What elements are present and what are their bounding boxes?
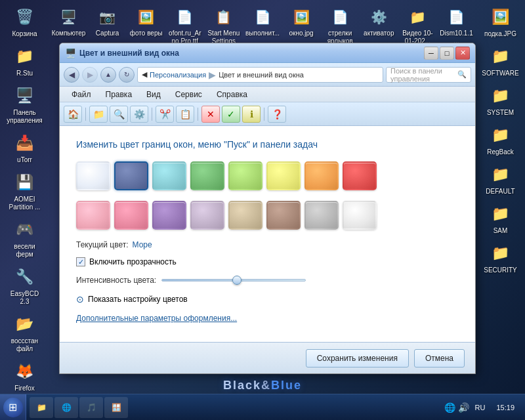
clock[interactable]: 15:19 [491, 404, 520, 411]
toolbar-btn-settings[interactable]: ⚙️ [130, 106, 148, 123]
color-swatch-teal[interactable] [152, 161, 186, 190]
desktop-icon-software[interactable]: 📁 SOFTWARE [479, 43, 522, 79]
icon-label: SECURITY [484, 266, 517, 274]
refresh-button[interactable]: ↻ [119, 67, 135, 83]
icon-label: EasyBCD 2.3 [5, 290, 44, 306]
desktop-icon-regback[interactable]: 📁 RegBack [479, 121, 522, 158]
icon-image: 📄 [328, 5, 352, 29]
menu-help[interactable]: Справка [210, 89, 254, 100]
minimize-button[interactable]: ─ [424, 47, 438, 60]
desktop-icon-korzina[interactable]: 🗑️ Корзина [3, 3, 46, 40]
icon-image: 📄 [173, 5, 197, 29]
color-swatch-yellow[interactable] [266, 161, 301, 190]
color-swatch-red[interactable] [343, 161, 377, 190]
color-swatch-white-blue[interactable] [76, 161, 110, 190]
icon-image: 💾 [13, 171, 37, 194]
taskbar-tray: 🌐 🔊 RU 15:19 [439, 402, 525, 413]
show-colors-label: Показать настройку цветов [88, 295, 188, 304]
network-icon[interactable]: 🌐 [444, 402, 455, 413]
icon-image: 📁 [489, 242, 513, 265]
desktop-icon-system[interactable]: 📁 SYSTEM [479, 82, 522, 119]
maximize-button[interactable]: □ [440, 47, 454, 60]
intensity-slider-thumb[interactable] [232, 276, 242, 285]
desktop-icon-podka[interactable]: 🖼️ подка.JPG [479, 3, 522, 40]
intensity-row: Интенсивность цвета: [76, 276, 459, 285]
address-bar[interactable]: ◀ Персонализация ▶ Цвет и внешний вид ок… [137, 67, 383, 83]
show-colors-row[interactable]: ⊙ Показать настройку цветов [76, 294, 459, 304]
toolbar-btn-search[interactable]: 🔍 [110, 106, 128, 123]
icon-label: Панель управления [5, 109, 44, 125]
icon-image: 🖥️ [57, 5, 81, 29]
color-swatch-tan[interactable] [228, 201, 262, 230]
menu-file[interactable]: Файл [65, 89, 98, 100]
icon-image: 🖼️ [489, 5, 513, 29]
transparency-checkbox[interactable] [76, 257, 85, 266]
color-swatch-pink-light[interactable] [76, 201, 110, 230]
taskbar-item-explorer[interactable]: 📁 [30, 397, 53, 418]
icon-label: uTorr [17, 156, 32, 164]
desktop-icon-easyBCD[interactable]: 🔧 EasyBCD 2.3 [3, 263, 46, 308]
toolbar-btn-confirm[interactable]: ✓ [222, 106, 240, 123]
desktop-icon-vosstanov[interactable]: 📂 воссстан файл [3, 310, 46, 355]
taskbar-item-window[interactable]: 🪟 [104, 397, 128, 418]
color-swatch-purple[interactable] [152, 201, 186, 230]
toolbar-btn-delete[interactable]: ✕ [201, 106, 220, 123]
menu-view[interactable]: Вид [140, 89, 167, 100]
icon-label: окно.jpg [289, 30, 314, 37]
address-parent-link[interactable]: Персонализация [150, 71, 206, 79]
desktop-icon-security[interactable]: 📁 SECURITY [479, 240, 522, 276]
menu-service[interactable]: Сервис [169, 89, 209, 100]
color-swatches-row2 [76, 201, 459, 230]
color-swatch-pink[interactable] [114, 201, 148, 230]
toolbar-btn-home[interactable]: 🏠 [64, 106, 82, 123]
color-swatch-orange[interactable] [304, 161, 339, 190]
toolbar-btn-folder[interactable]: 📁 [89, 106, 108, 123]
color-swatch-green[interactable] [190, 161, 224, 190]
window-controls: ─ □ ✕ [424, 47, 470, 60]
up-button[interactable]: ▲ [100, 67, 116, 83]
toolbar-btn-info[interactable]: ℹ [242, 106, 261, 123]
color-swatch-white[interactable] [343, 201, 377, 230]
desktop-icon-utorr[interactable]: 📥 uTorr [3, 129, 46, 166]
color-swatch-yellow-green[interactable] [228, 161, 262, 190]
desktop-icon-aomei[interactable]: 💾 AOMEI Partition ... [3, 169, 46, 213]
toolbar-separator-1 [85, 108, 86, 121]
toolbar-separator-2 [152, 108, 152, 121]
forward-button[interactable]: ▶ [82, 67, 98, 83]
start-button[interactable]: ⊞ [0, 394, 26, 421]
color-swatch-brown[interactable] [266, 201, 301, 230]
window-footer: Сохранить изменения Отмена [60, 342, 475, 373]
icon-label: активатор [364, 30, 394, 37]
icon-label: SAM [494, 227, 508, 235]
icon-image: 📁 [489, 123, 513, 147]
color-swatch-gray[interactable] [304, 201, 339, 230]
desktop-icon-rstu[interactable]: 📁 R.Stu [3, 43, 46, 79]
save-button[interactable]: Сохранить изменения [306, 349, 409, 368]
start-orb: ⊞ [3, 398, 23, 417]
advanced-link[interactable]: Дополнительные параметры оформления... [76, 314, 459, 323]
color-swatch-slate-blue[interactable] [114, 161, 148, 190]
desktop-icon-panel[interactable]: 🖥️ Панель управления [3, 82, 46, 127]
icon-image: 📄 [444, 5, 468, 29]
close-button[interactable]: ✕ [455, 47, 470, 60]
toolbar-btn-copy[interactable]: 📋 [176, 106, 194, 123]
color-swatch-lavender[interactable] [190, 201, 224, 230]
cancel-button[interactable]: Отмена [414, 349, 465, 368]
desktop-icon-veseli[interactable]: 🎮 весели ферм [3, 216, 46, 261]
toolbar-btn-cut[interactable]: ✂️ [156, 106, 174, 123]
back-button[interactable]: ◀ [64, 67, 79, 83]
desktop-icon-sam[interactable]: 📁 SAM [479, 200, 522, 237]
desktop-icon-default[interactable]: 📁 DEFAULT [479, 161, 522, 198]
intensity-slider-track[interactable] [161, 279, 306, 282]
taskbar-item-browser[interactable]: 🌐 [54, 397, 78, 418]
taskbar-item-media[interactable]: 🎵 [79, 397, 103, 418]
search-box[interactable]: Поиск в панели управления 🔍 [386, 67, 471, 83]
volume-icon[interactable]: 🔊 [458, 402, 469, 413]
icon-label: Firefox [14, 385, 35, 392]
icon-label: Корзина [12, 30, 37, 38]
taskbar-items: 📁 🌐 🎵 🪟 [26, 394, 439, 420]
language-indicator[interactable]: RU [472, 402, 489, 413]
toolbar-btn-help[interactable]: ❓ [268, 106, 286, 123]
desktop-icon-firefox[interactable]: 🦊 Firefox [3, 358, 46, 394]
menu-edit[interactable]: Правка [99, 89, 139, 100]
